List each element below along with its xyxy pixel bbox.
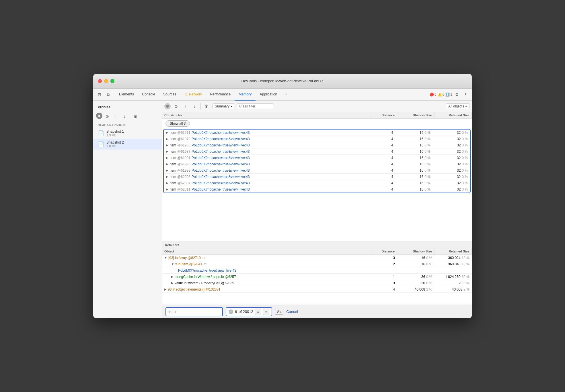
table-row[interactable]: ▶ Item @62011 PoLdb0X?nocache=true&view=… [164, 186, 470, 193]
row-link[interactable]: PoLdb0X?nocache=true&view=live:43 [192, 175, 250, 179]
upload-button[interactable]: ↑ [112, 113, 120, 120]
snapshot-item-1[interactable]: 📄 Snapshot 1 1.3 MB [93, 128, 162, 139]
cancel-search-button[interactable]: Cancel [286, 309, 298, 314]
settings-button[interactable]: ⚙ [453, 91, 461, 99]
expand-arrow[interactable]: ▶ [166, 156, 168, 159]
row-link[interactable]: PoLdb0X?nocache=true&view=live:43 [192, 137, 250, 141]
row-link[interactable]: PoLdb0X?nocache=true&view=live:43 [192, 131, 250, 135]
tab-more[interactable]: » [281, 89, 291, 101]
search-input[interactable] [168, 309, 220, 314]
row-link[interactable]: PoLdb0X?nocache=true&view=live:43 [192, 187, 250, 191]
snapshot-item-2[interactable]: 📄 Snapshot 2 2.0 MB [93, 139, 162, 150]
table-row[interactable]: ▶ Item @62003 PoLdb0X?nocache=true&view=… [164, 174, 470, 180]
expand-arrow[interactable]: ▶ [166, 131, 168, 134]
table-row[interactable]: ▶ Item @61995 PoLdb0X?nocache=true&view=… [164, 161, 470, 167]
warn-icon: ⚠️ [438, 93, 442, 97]
row-link[interactable]: PoLdb0X?nocache=true&view=live:43 [192, 181, 250, 185]
clear-button[interactable]: ⊘ [172, 103, 180, 110]
heap-record-button[interactable] [164, 103, 171, 109]
constructor-table-header: Constructor Distance Shallow Size Retain… [162, 112, 472, 119]
class-filter-input[interactable] [237, 103, 274, 109]
retainer-row[interactable]: ▶ stringCache in Window / cdpn.io @6257□… [162, 274, 472, 280]
search-total: of 20012 [239, 309, 253, 314]
devtools-body: Profiles ⏺ ⊘ ↑ ↓ 🗑 HEAP SNAPSHOTS 📄 Snap… [93, 101, 472, 318]
expand-arrow[interactable]: ▶ [166, 150, 168, 153]
search-prev-button[interactable]: ∧ [255, 309, 261, 315]
maximize-button[interactable] [110, 79, 114, 83]
delete-button[interactable]: 🗑 [132, 113, 139, 120]
expand-arrow[interactable]: ▶ [166, 175, 168, 178]
show-all-button[interactable]: Show all 3 [165, 120, 190, 127]
search-next-button[interactable]: ∨ [263, 309, 269, 315]
window-title: DevTools - codepen.io/web-dot-dev/live/P… [241, 79, 324, 83]
highlighted-rows-wrapper: ▶ Item @61971 PoLdb0X?nocache=true&view=… [163, 129, 471, 193]
expand-arrow[interactable]: ▶ [166, 169, 168, 172]
tab-memory[interactable]: Memory [235, 89, 256, 101]
toolbar-left-icons: ⊡ ⧉ [96, 91, 114, 99]
expand-arrow[interactable]: ▶ [166, 188, 168, 191]
select-element-button[interactable]: ⊡ [96, 91, 104, 99]
table-row[interactable]: ▶ Item @61983 PoLdb0X?nocache=true&view=… [164, 142, 470, 148]
retainer-expand-arrow[interactable]: ▶ [171, 275, 174, 278]
badge-group: 🔴 5 ⚠️ 6 ℹ️ 1 [430, 93, 452, 97]
ret-th-object: Object [162, 248, 371, 254]
retainer-expand-arrow[interactable]: ▼ [164, 256, 167, 259]
row-link[interactable]: PoLdb0X?nocache=true&view=live:43 [192, 143, 250, 147]
retainer-link[interactable]: PoLdb0X?nocache=true&view=live:43 [178, 268, 236, 273]
th-retained: Retained Size [435, 112, 472, 118]
table-row[interactable]: ▶ Item @61971 PoLdb0X?nocache=true&view=… [164, 130, 470, 136]
retainer-expand-arrow[interactable]: ▶ [164, 288, 167, 291]
close-button[interactable] [98, 79, 102, 83]
record-button[interactable]: ⏺ [96, 113, 102, 119]
more-options-button[interactable]: ⋮ [461, 91, 469, 99]
table-row[interactable]: ▶ Item @61999 PoLdb0X?nocache=true&view=… [164, 167, 470, 174]
retainer-row[interactable]: ▼ x in Item @62041□ 2 160 % 360 04018 % [162, 261, 472, 267]
th-shallow: Shallow Size [397, 112, 435, 118]
search-clear-button[interactable]: ✕ [229, 309, 233, 314]
expand-arrow[interactable]: ▶ [166, 162, 168, 166]
tab-list: Elements Console Sources ⚠ Network Perfo… [115, 89, 429, 101]
tab-console[interactable]: Console [138, 89, 159, 101]
retainer-row[interactable]: ▶ value in system / PropertyCell @62039 … [162, 280, 472, 286]
row-link[interactable]: PoLdb0X?nocache=true&view=live:43 [192, 162, 250, 166]
stop-button[interactable]: ⊘ [104, 113, 111, 120]
tab-performance[interactable]: Performance [206, 89, 235, 101]
upload-profile-button[interactable]: ↑ [182, 103, 189, 110]
row-link[interactable]: PoLdb0X?nocache=true&view=live:43 [192, 156, 250, 160]
table-row[interactable]: ▶ Item @61991 PoLdb0X?nocache=true&view=… [164, 155, 470, 161]
retainer-row[interactable]: ▼ [93] in Array @82719□ 3 160 % 360 0241… [162, 255, 472, 261]
table-row[interactable]: ▶ Item @61987 PoLdb0X?nocache=true&view=… [164, 148, 470, 155]
table-row[interactable]: ▶ Item @62007 PoLdb0X?nocache=true&view=… [164, 180, 470, 186]
download-button[interactable]: ↓ [121, 113, 128, 120]
search-input-wrapper [165, 307, 223, 316]
tab-elements[interactable]: Elements [115, 89, 138, 101]
search-current: 6 [235, 309, 237, 314]
device-toolbar-button[interactable]: ⧉ [104, 91, 112, 99]
snapshot-icon-2: 📄 [98, 141, 104, 147]
match-case-button[interactable]: Aa [275, 309, 283, 315]
retainer-row[interactable]: ▶ 93 in (object elements)[] @102681 4 40… [162, 286, 472, 293]
retainers-body: ▼ [93] in Array @82719□ 3 160 % 360 0241… [162, 255, 472, 305]
summary-dropdown[interactable]: Summary ▾ [212, 103, 235, 109]
minimize-button[interactable] [104, 79, 108, 83]
retainer-expand-arrow[interactable]: ▶ [171, 281, 174, 285]
row-link[interactable]: PoLdb0X?nocache=true&view=live:43 [192, 150, 250, 154]
search-results-wrapper: ✕ 6 of 20012 ∧ ∨ [226, 307, 272, 316]
snapshot-info-1: Snapshot 1 1.3 MB [106, 130, 157, 137]
retainer-expand-arrow[interactable]: ▼ [171, 262, 174, 266]
warn-badge: ⚠️ 6 [438, 93, 445, 97]
delete-profile-button[interactable]: 🗑 [203, 103, 211, 110]
save-profile-button[interactable]: ↓ [191, 103, 198, 110]
tab-sources[interactable]: Sources [159, 89, 180, 101]
retainer-row[interactable]: PoLdb0X?nocache=true&view=live:43 [162, 267, 472, 274]
expand-arrow[interactable]: ▶ [166, 137, 168, 140]
tab-network[interactable]: ⚠ Network [180, 89, 206, 101]
ret-th-shallow: Shallow Size [397, 248, 435, 254]
row-link[interactable]: PoLdb0X?nocache=true&view=live:43 [192, 168, 250, 173]
constructor-table-body: Show all 3 ▶ Item @61971 PoLdb0X?nocache… [162, 119, 472, 242]
expand-arrow[interactable]: ▶ [166, 181, 168, 185]
tab-application[interactable]: Application [256, 89, 281, 101]
all-objects-dropdown[interactable]: All objects ▾ [446, 103, 469, 109]
expand-arrow[interactable]: ▶ [166, 144, 168, 147]
table-row[interactable]: ▶ Item @61979 PoLdb0X?nocache=true&view=… [164, 136, 470, 142]
